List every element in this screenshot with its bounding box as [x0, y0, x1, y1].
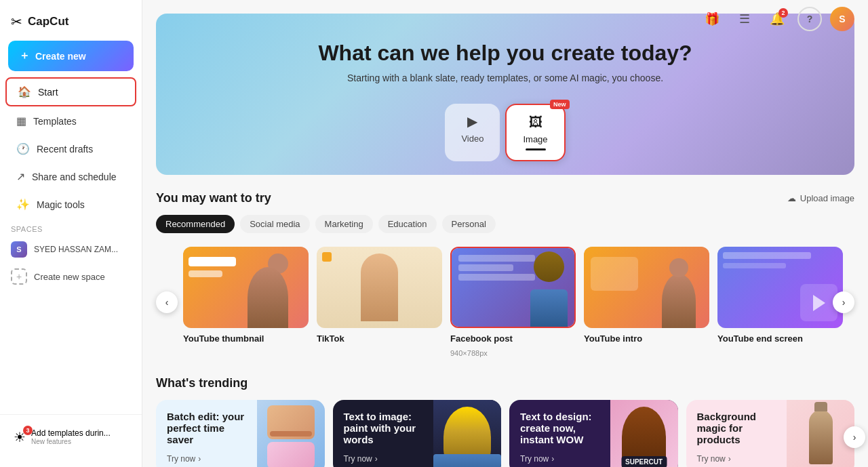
- batch-edit-text: Batch edit: your perfect time saver Try …: [156, 400, 257, 467]
- yt-thumb-preview: [183, 247, 309, 328]
- text-image-text: Text to image: paint with your words Try…: [333, 400, 434, 467]
- bg-magic-text: Background magic for products Try now ›: [686, 400, 787, 467]
- share-icon: ↗: [16, 170, 25, 183]
- fb-row-2: [458, 264, 513, 271]
- yt-end-preview: [717, 247, 843, 328]
- tiktok-label: TikTok: [317, 333, 442, 344]
- yt-end-row2: [723, 263, 786, 268]
- sidebar-item-start[interactable]: 🏠 Start: [5, 77, 136, 106]
- arrow-icon: ›: [198, 454, 201, 464]
- sidebar-item-share-schedule[interactable]: ↗ Share and schedule: [5, 163, 136, 190]
- user-avatar[interactable]: S: [830, 7, 854, 31]
- filter-social-media[interactable]: Social media: [240, 215, 309, 233]
- hero-tabs: ▶ Video New 🖼 Image: [170, 104, 841, 161]
- sidebar-item-recent-drafts[interactable]: 🕐 Recent drafts: [5, 136, 136, 162]
- yt-thumb-label: YouTube thumbnail: [183, 333, 309, 344]
- template-card-yt-end[interactable]: YouTube end screen: [717, 247, 843, 357]
- bell-button[interactable]: 🔔 2: [765, 7, 789, 31]
- trending-title: What's trending: [156, 376, 248, 390]
- sidebar-item-recent-label: Recent drafts: [37, 144, 93, 155]
- fb-row-3: [458, 274, 535, 281]
- yt-end-play: [813, 295, 825, 311]
- space-avatar: S: [11, 241, 27, 258]
- trending-wrapper: Batch edit: your perfect time saver Try …: [156, 400, 854, 467]
- sidebar-item-templates[interactable]: ▦ Templates: [5, 108, 136, 134]
- fb-post-sublabel: 940×788px: [450, 349, 576, 357]
- create-new-button[interactable]: ＋ Create new: [8, 41, 134, 71]
- notification-sub: New features: [31, 438, 111, 445]
- template-card-fb-post[interactable]: Facebook post 940×788px: [450, 247, 576, 357]
- text-image-try[interactable]: Try now ›: [344, 454, 423, 464]
- text-design-title: Text to design: create now, instant WOW: [520, 411, 599, 445]
- gift-icon: 🎁: [705, 12, 719, 26]
- fb-person-body: [530, 289, 568, 327]
- tiktok-preview: [317, 247, 442, 328]
- trending-card-batch-edit[interactable]: Batch edit: your perfect time saver Try …: [156, 400, 325, 467]
- filter-personal[interactable]: Personal: [442, 215, 496, 233]
- batch-edit-try[interactable]: Try now ›: [167, 454, 246, 464]
- trending-card-text-image[interactable]: Text to image: paint with your words Try…: [333, 400, 502, 467]
- logo-text: CapCut: [28, 15, 68, 28]
- filter-recommended[interactable]: Recommended: [156, 215, 235, 233]
- space-name: SYED HASSAN ZAM...: [34, 245, 118, 254]
- fb-person-hat: [534, 251, 564, 282]
- template-card-tiktok[interactable]: TikTok: [317, 247, 442, 357]
- text-image-illustration: [433, 400, 501, 467]
- templates-next-button[interactable]: ›: [833, 291, 854, 313]
- bg-magic-title: Background magic for products: [697, 411, 776, 445]
- text-design-try[interactable]: Try now ›: [520, 454, 599, 464]
- upload-image-button[interactable]: ☁ Upload image: [787, 193, 854, 203]
- sidebar-item-templates-label: Templates: [33, 116, 77, 127]
- notification-badge: 3: [23, 426, 33, 435]
- yt-end-label: YouTube end screen: [717, 333, 843, 344]
- template-card-yt-intro[interactable]: YouTube intro: [584, 247, 709, 357]
- try-section-header: You may want to try ☁ Upload image: [156, 191, 854, 205]
- help-button[interactable]: ?: [797, 7, 822, 31]
- tab-image-label: Image: [523, 134, 547, 144]
- text-image-img: [433, 400, 501, 467]
- trending-next-button[interactable]: ›: [844, 426, 865, 448]
- notification-item[interactable]: ☀ 3 Add templates durin... New features: [8, 423, 134, 451]
- templates-scroll: YouTube thumbnail TikTok: [156, 244, 854, 360]
- yt-intro-label: YouTube intro: [584, 333, 709, 344]
- menu-button[interactable]: ☰: [732, 7, 757, 31]
- space-item[interactable]: S SYED HASSAN ZAM...: [0, 236, 142, 263]
- tab-image[interactable]: New 🖼 Image: [505, 104, 565, 161]
- bg-magic-try[interactable]: Try now ›: [697, 454, 776, 464]
- new-badge: New: [550, 100, 570, 109]
- fb-post-preview: [450, 247, 576, 328]
- batch-edit-img: [257, 400, 325, 467]
- tiktok-bg: [317, 247, 442, 328]
- yt-intro-box1: [591, 257, 638, 291]
- sidebar-bottom: ☀ 3 Add templates durin... New features: [0, 414, 142, 459]
- create-space-button[interactable]: + Create new space: [0, 263, 142, 290]
- template-card-yt-thumb[interactable]: YouTube thumbnail: [183, 247, 309, 357]
- yt-person-body: [248, 267, 288, 328]
- clock-icon: 🕐: [16, 142, 30, 155]
- yt-end-row1: [723, 252, 811, 259]
- avatar-text: S: [839, 14, 845, 24]
- shoe-sole: [270, 431, 312, 436]
- trending-card-text-design[interactable]: Text to design: create now, instant WOW …: [509, 400, 678, 467]
- text-design-text: Text to design: create now, instant WOW …: [509, 400, 610, 467]
- tab-video[interactable]: ▶ Video: [445, 104, 500, 161]
- templates-icon: ▦: [16, 115, 26, 127]
- trending-card-bg-magic[interactable]: Background magic for products Try now ›: [686, 400, 855, 467]
- sidebar-item-magic-tools[interactable]: ✨ Magic tools: [5, 191, 136, 218]
- yt-intro-bg: [584, 247, 709, 328]
- bottle-body: [809, 410, 833, 464]
- hero-title: What can we help you create today?: [170, 41, 841, 66]
- trending-section-header: What's trending: [156, 376, 854, 390]
- filter-education[interactable]: Education: [378, 215, 437, 233]
- home-icon: 🏠: [18, 85, 31, 98]
- illustration-body: [433, 454, 501, 467]
- templates-prev-button[interactable]: ‹: [156, 291, 178, 313]
- tab-underline: [526, 148, 546, 150]
- yt-text-box-1: [189, 257, 236, 266]
- tiktok-badge: [322, 252, 332, 262]
- filter-marketing[interactable]: Marketing: [315, 215, 373, 233]
- yt-text-box-2: [189, 270, 222, 277]
- hero-subtitle: Starting with a blank slate, ready templ…: [170, 73, 841, 83]
- gift-button[interactable]: 🎁: [700, 7, 724, 31]
- text-image-title: Text to image: paint with your words: [344, 411, 423, 445]
